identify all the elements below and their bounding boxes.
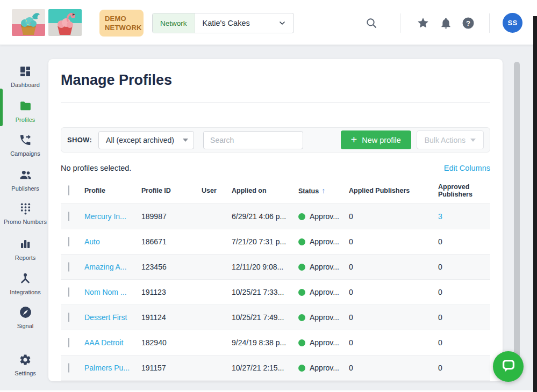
profile-id-cell: 186671 bbox=[141, 237, 202, 246]
sidebar-item-campaigns[interactable]: Campaigns bbox=[0, 134, 51, 157]
sidebar-item-reports[interactable]: Reports bbox=[0, 238, 51, 262]
profiles-table: Profile Profile ID User Applied on Statu… bbox=[48, 177, 503, 381]
row-checkbox[interactable] bbox=[68, 338, 69, 347]
new-profile-button[interactable]: + New profile bbox=[341, 130, 411, 149]
status-cell: Approv... bbox=[298, 237, 349, 246]
applied-publishers-cell: 0 bbox=[349, 338, 438, 347]
table-body: Mercury In... 189987 6/29/21 4:06 p... A… bbox=[48, 204, 503, 381]
table-row[interactable]: Nom Nom ... 191123 10/25/21 7:33... Appr… bbox=[61, 280, 490, 305]
applied-publishers-cell: 0 bbox=[349, 288, 438, 296]
manage-profiles-card: Manage Profiles SHOW: All (except archiv… bbox=[48, 59, 503, 381]
status-cell: Approv... bbox=[298, 338, 349, 347]
select-all-checkbox[interactable] bbox=[68, 185, 69, 195]
row-checkbox[interactable] bbox=[68, 313, 69, 322]
profile-link[interactable]: Nom Nom ... bbox=[84, 288, 141, 296]
search-input[interactable] bbox=[203, 131, 303, 149]
filter-bar: SHOW: All (except archived) + New profil… bbox=[61, 127, 490, 153]
search-icon[interactable] bbox=[364, 16, 378, 30]
row-checkbox[interactable] bbox=[68, 237, 69, 246]
applied-on-cell: 10/25/21 7:33... bbox=[232, 288, 298, 296]
status-text: Approv... bbox=[310, 364, 339, 372]
sidebar-item-label: Signal bbox=[0, 323, 51, 330]
page-title: Manage Profiles bbox=[61, 72, 172, 89]
profile-link[interactable]: Amazing A... bbox=[84, 263, 141, 271]
sidebar-item-label: Dashboard bbox=[0, 82, 51, 89]
applied-on-cell: 10/27/21 2:15... bbox=[232, 364, 298, 372]
bell-icon[interactable] bbox=[439, 16, 453, 30]
applied-publishers-cell: 0 bbox=[349, 364, 438, 372]
column-header-profile-id[interactable]: Profile ID bbox=[141, 187, 202, 194]
applied-publishers-cell: 0 bbox=[349, 237, 438, 246]
content-region: Dashboard Profiles Campaigns Publishers bbox=[0, 46, 537, 392]
table-row[interactable]: Amazing A... 123456 12/11/20 9:08... App… bbox=[61, 255, 490, 280]
vertical-scrollbar[interactable] bbox=[514, 62, 520, 373]
caret-down-icon bbox=[470, 139, 476, 142]
edit-columns-link[interactable]: Edit Columns bbox=[444, 164, 490, 172]
column-header-approved-publishers[interactable]: Approved Publishers bbox=[438, 183, 490, 198]
show-filter-value: All (except archived) bbox=[106, 136, 183, 144]
table-row[interactable]: AAA Detroit 182940 9/24/19 8:38 p... App… bbox=[61, 330, 490, 355]
status-text: Approv... bbox=[310, 338, 339, 347]
profile-link[interactable]: Dessert First bbox=[84, 313, 141, 322]
row-checkbox[interactable] bbox=[68, 363, 69, 373]
table-row[interactable]: Palmers Pu... 191157 10/27/21 2:15... Ap… bbox=[61, 355, 490, 381]
status-text: Approv... bbox=[310, 288, 339, 296]
profile-link[interactable]: Auto bbox=[84, 237, 141, 246]
show-filter-dropdown[interactable]: All (except archived) bbox=[98, 131, 194, 149]
table-row[interactable]: Mercury In... 189987 6/29/21 4:06 p... A… bbox=[61, 204, 490, 229]
sidebar-item-profiles[interactable]: Profiles bbox=[0, 99, 51, 124]
column-header-status[interactable]: Status↑ bbox=[298, 186, 349, 195]
profile-link[interactable]: AAA Detroit bbox=[84, 338, 141, 347]
status-cell: Approv... bbox=[298, 313, 349, 322]
profile-link[interactable]: Palmers Pu... bbox=[84, 364, 141, 372]
sidebar-item-label: Promo Numbers bbox=[0, 219, 51, 226]
dashboard-icon bbox=[19, 65, 32, 80]
star-icon[interactable] bbox=[416, 16, 430, 30]
row-checkbox[interactable] bbox=[68, 287, 69, 297]
sidebar-item-publishers[interactable]: Publishers bbox=[0, 168, 51, 192]
row-checkbox[interactable] bbox=[68, 262, 69, 272]
sidebar-item-integrations[interactable]: Integrations bbox=[0, 272, 51, 296]
row-checkbox[interactable] bbox=[68, 212, 69, 221]
approved-publishers-cell[interactable]: 3 bbox=[438, 212, 490, 221]
column-header-applied-on[interactable]: Applied on bbox=[232, 187, 298, 194]
sidebar-item-label: Campaigns bbox=[0, 150, 51, 157]
header-divider bbox=[489, 13, 490, 33]
status-text: Approv... bbox=[310, 263, 339, 271]
network-selector-value: Katie's Cakes bbox=[195, 13, 278, 33]
demo-network-badge: DEMO NETWORK bbox=[99, 10, 144, 37]
profile-id-cell: 123456 bbox=[141, 263, 202, 271]
sidebar-item-label: Reports bbox=[0, 255, 51, 262]
logo-cupcake-flamingo-image bbox=[48, 9, 82, 36]
bulk-actions-label: Bulk Actions bbox=[425, 136, 466, 144]
column-header-profile[interactable]: Profile bbox=[84, 187, 141, 194]
network-selector[interactable]: Network Katie's Cakes bbox=[152, 13, 294, 33]
chat-launcher-button[interactable] bbox=[493, 351, 524, 382]
new-profile-label: New profile bbox=[362, 136, 401, 144]
bar-chart-icon bbox=[19, 238, 32, 253]
status-cell: Approv... bbox=[298, 263, 349, 271]
column-header-user[interactable]: User bbox=[202, 187, 232, 194]
sidebar-item-dashboard[interactable]: Dashboard bbox=[0, 65, 51, 89]
profile-link[interactable]: Mercury In... bbox=[84, 212, 141, 221]
applied-on-cell: 6/29/21 4:06 p... bbox=[232, 212, 298, 221]
divider bbox=[61, 102, 490, 103]
table-row[interactable]: Auto 186671 7/21/20 7:31 p... Approv... … bbox=[61, 229, 490, 255]
selection-status-text: No profiles selected. bbox=[61, 164, 131, 172]
status-dot-icon bbox=[298, 314, 305, 321]
applied-publishers-cell: 0 bbox=[349, 263, 438, 271]
help-icon[interactable]: ? bbox=[461, 16, 475, 30]
profile-id-cell: 191157 bbox=[141, 364, 202, 372]
chevron-down-icon bbox=[278, 13, 293, 33]
status-dot-icon bbox=[298, 213, 305, 220]
sidebar-item-settings[interactable]: Settings bbox=[0, 353, 51, 377]
sidebar-item-signal[interactable]: Signal bbox=[0, 306, 51, 330]
bulk-actions-button[interactable]: Bulk Actions bbox=[417, 130, 484, 149]
column-header-applied-publishers[interactable]: Applied Publishers bbox=[349, 187, 438, 194]
user-avatar[interactable]: SS bbox=[503, 13, 522, 33]
profile-id-cell: 189987 bbox=[141, 212, 202, 221]
sidebar-item-label: Profiles bbox=[0, 117, 51, 124]
table-row[interactable]: Dessert First 191124 10/25/21 7:49... Ap… bbox=[61, 305, 490, 330]
screen-edge-strip bbox=[533, 16, 537, 392]
sidebar-item-promo-numbers[interactable]: Promo Numbers bbox=[0, 202, 51, 226]
